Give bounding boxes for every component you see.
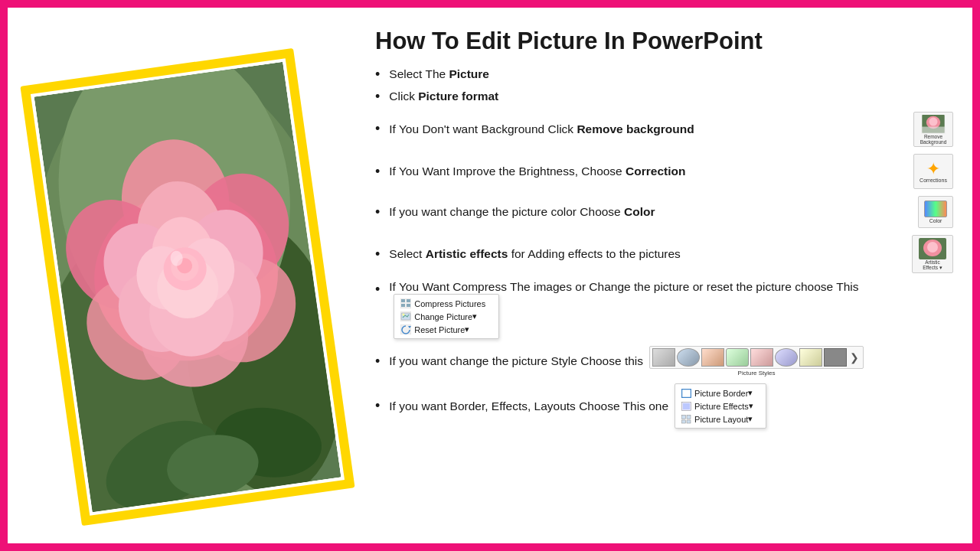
svg-point-32 — [929, 118, 937, 126]
svg-rect-40 — [401, 304, 405, 307]
bullet-item-3: • If You Don't want Background Click Rem… — [375, 112, 953, 147]
svg-rect-47 — [682, 389, 691, 397]
svg-rect-39 — [407, 299, 410, 302]
bullet-text-1: Select The Picture — [389, 67, 489, 81]
svg-rect-49 — [683, 403, 690, 409]
compress-pictures-item[interactable]: Compress Pictures — [394, 297, 498, 310]
photo-frame — [20, 48, 354, 526]
bullet-text-5: If you want change the picture color Cho… — [389, 205, 913, 219]
corrections-icon: ✦ Corrections — [913, 154, 953, 189]
compress-dropdown-widget: Compress Pictures Change Picture ▾ — [394, 294, 499, 339]
bullet-dot-7: • — [375, 282, 380, 298]
bullet-item-4: • If You Want Improve the Brightness, Ch… — [375, 154, 953, 189]
svg-rect-51 — [687, 415, 691, 419]
svg-rect-53 — [687, 420, 691, 423]
right-panel: How To Edit Picture In PowerPoint • Sele… — [360, 8, 972, 543]
svg-rect-33 — [921, 127, 945, 134]
picture-styles-label: Picture Styles — [738, 370, 776, 377]
change-picture-item[interactable]: Change Picture ▾ — [394, 310, 498, 323]
bullet-dot-8: • — [375, 354, 380, 370]
slide-title: How To Edit Picture In PowerPoint — [375, 27, 953, 55]
svg-point-44 — [403, 314, 405, 316]
bullet-dot-2: • — [375, 89, 380, 105]
bullet-dot-4: • — [375, 164, 380, 180]
left-panel — [8, 8, 360, 543]
bullet-text-4: If You Want Improve the Brightness, Choo… — [389, 165, 909, 178]
svg-rect-38 — [401, 299, 405, 302]
svg-rect-50 — [682, 415, 686, 419]
bullet-dot-6: • — [375, 246, 380, 262]
bullet-dot-1: • — [375, 67, 380, 83]
svg-point-36 — [927, 242, 938, 253]
bullet-dot-9: • — [375, 398, 380, 414]
bullet-dot-3: • — [375, 121, 380, 137]
bullet-item-2: • Click Picture format — [375, 90, 953, 105]
bullet-item-6: • Select Artistic effects for Adding eff… — [375, 235, 953, 273]
bullet-list: • Select The Picture • Click Picture for… — [375, 67, 953, 532]
bullet-text-9: If you want Border, Effects, Layouts Cho… — [389, 399, 668, 413]
bullet-item-8: • If you want change the picture Style C… — [375, 346, 953, 377]
bullet-item-9: • If you want Border, Effects, Layouts C… — [375, 383, 953, 429]
bullet-text-2: Click Picture format — [389, 90, 498, 103]
picture-effects-item[interactable]: Picture Effects ▾ — [675, 399, 766, 412]
bullet-text-3: If You Don't want Background Click Remov… — [389, 122, 909, 136]
svg-rect-41 — [407, 304, 410, 307]
bullet-text-8: If you want change the picture Style Cho… — [389, 354, 643, 368]
picture-styles-widget: ❯ Picture Styles — [649, 346, 864, 377]
bullet-dot-5: • — [375, 204, 380, 220]
bullet-item-5: • If you want change the picture color C… — [375, 196, 953, 228]
bullet-item-1: • Select The Picture — [375, 67, 953, 83]
remove-background-icon: RemoveBackground — [913, 112, 953, 147]
bullet-text-7: If You Want Compress The images or Chang… — [389, 280, 953, 339]
artistic-effects-icon: ArtisticEffects ▾ — [912, 235, 953, 273]
border-effects-widget: Picture Border ▾ Picture Effects ▾ — [675, 383, 766, 429]
color-icon: Color — [918, 196, 953, 228]
reset-picture-item[interactable]: Reset Picture ▾ — [394, 323, 498, 336]
svg-rect-52 — [682, 420, 686, 423]
bullet-text-6: Select Artistic effects for Adding effec… — [389, 247, 907, 261]
bullet-item-7: • If You Want Compress The images or Cha… — [375, 280, 953, 339]
picture-layout-item[interactable]: Picture Layout ▾ — [675, 412, 766, 425]
picture-border-item[interactable]: Picture Border ▾ — [675, 386, 766, 399]
